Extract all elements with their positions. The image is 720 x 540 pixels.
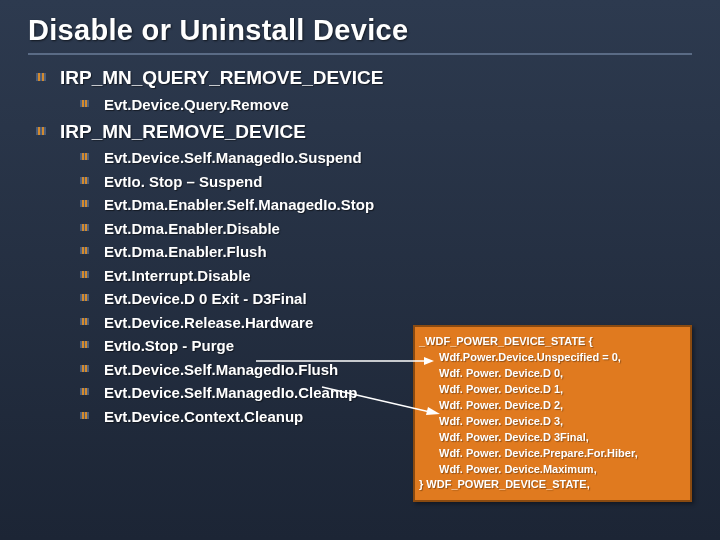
list-item: Evt.Device.Query.Remove — [80, 96, 692, 113]
item-text: Evt.Device.D 0 Exit - D3Final — [104, 290, 307, 307]
bullet-icon — [80, 294, 89, 301]
sublist-1: Evt.Device.Query.Remove — [60, 96, 692, 113]
code-line: Wdf. Power. Device.D 0, — [419, 366, 684, 382]
list-item: Evt.Dma.Enabler.Disable — [80, 220, 692, 237]
code-line: _WDF_POWER_DEVICE_STATE { — [419, 334, 684, 350]
bullet-icon — [80, 271, 89, 278]
code-line: } WDF_POWER_DEVICE_STATE, — [419, 477, 684, 493]
code-line: Wdf. Power. Device.Maximum, — [419, 462, 684, 478]
bullet-icon — [80, 153, 89, 160]
item-text: Evt.Device.Self.ManagedIo.Flush — [104, 361, 338, 378]
item-text: EvtIo.Stop - Purge — [104, 337, 234, 354]
bullet-icon — [80, 341, 89, 348]
code-line: Wdf. Power. Device.D 3, — [419, 414, 684, 430]
item-text: Evt.Dma.Enabler.Flush — [104, 243, 267, 260]
content-area: IRP_MN_QUERY_REMOVE_DEVICE Evt.Device.Qu… — [28, 67, 692, 425]
bullet-icon — [80, 318, 89, 325]
item-text: Evt.Dma.Enabler.Disable — [104, 220, 280, 237]
code-line: Wdf. Power. Device.Prepare.For.Hiber, — [419, 446, 684, 462]
item-text: Evt.Device.Context.Cleanup — [104, 408, 303, 425]
item-text: EvtIo. Stop – Suspend — [104, 173, 262, 190]
code-line: Wdf. Power. Device.D 1, — [419, 382, 684, 398]
bullet-icon — [80, 200, 89, 207]
bullet-icon — [36, 127, 46, 135]
bullet-icon — [80, 177, 89, 184]
list-item: Evt.Device.D 0 Exit - D3Final — [80, 290, 692, 307]
heading-text: IRP_MN_QUERY_REMOVE_DEVICE — [60, 67, 383, 88]
item-text: Evt.Interrupt.Disable — [104, 267, 251, 284]
list-item: EvtIo. Stop – Suspend — [80, 173, 692, 190]
list-item: Evt.Device.Self.ManagedIo.Suspend — [80, 149, 692, 166]
code-line: Wdf. Power. Device.D 2, — [419, 398, 684, 414]
bullet-icon — [80, 365, 89, 372]
bullet-icon — [80, 224, 89, 231]
bullet-icon — [80, 388, 89, 395]
item-text: Evt.Dma.Enabler.Self.ManagedIo.Stop — [104, 196, 374, 213]
slide-title: Disable or Uninstall Device — [28, 14, 692, 55]
heading-text: IRP_MN_REMOVE_DEVICE — [60, 121, 306, 142]
bullet-icon — [36, 73, 46, 81]
item-text: Evt.Device.Release.Hardware — [104, 314, 313, 331]
item-text: Evt.Device.Self.ManagedIo.Suspend — [104, 149, 362, 166]
item-text: Evt.Device.Self.ManagedIo.Cleanup — [104, 384, 357, 401]
code-box: _WDF_POWER_DEVICE_STATE { Wdf.Power.Devi… — [413, 325, 692, 502]
item-text: Evt.Device.Query.Remove — [104, 96, 289, 113]
list-item: Evt.Dma.Enabler.Self.ManagedIo.Stop — [80, 196, 692, 213]
code-line: Wdf.Power.Device.Unspecified = 0, — [419, 350, 684, 366]
bullet-icon — [80, 247, 89, 254]
list-item: Evt.Dma.Enabler.Flush — [80, 243, 692, 260]
bullet-icon — [80, 100, 89, 107]
section-heading-1: IRP_MN_QUERY_REMOVE_DEVICE Evt.Device.Qu… — [36, 67, 692, 113]
bullet-icon — [80, 412, 89, 419]
code-line: Wdf. Power. Device.D 3Final, — [419, 430, 684, 446]
slide: Disable or Uninstall Device IRP_MN_QUERY… — [0, 0, 720, 540]
list-item: Evt.Interrupt.Disable — [80, 267, 692, 284]
